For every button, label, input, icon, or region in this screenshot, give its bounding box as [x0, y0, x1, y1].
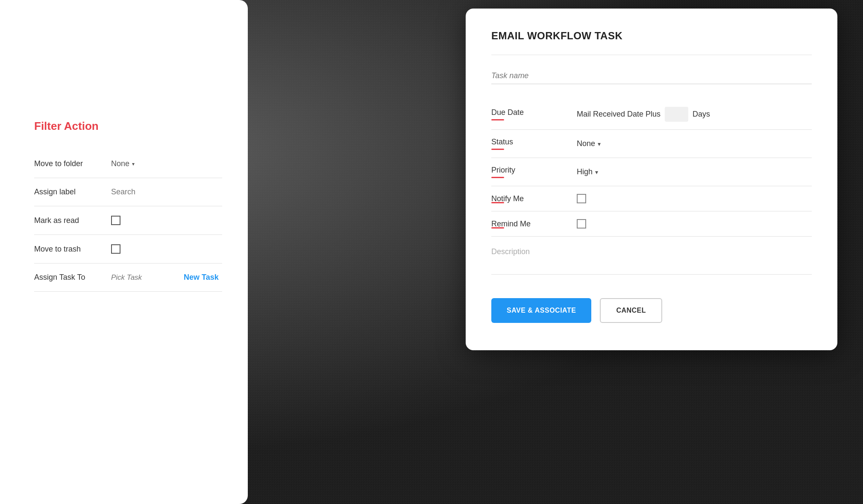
remind-me-row: Remind Me	[491, 211, 812, 237]
notify-me-row: Notify Me	[491, 186, 812, 211]
task-name-input[interactable]	[491, 68, 812, 84]
assign-task-row: Assign Task To New Task	[34, 264, 222, 292]
assign-label-search[interactable]	[111, 188, 197, 196]
move-to-trash-row: Move to trash	[34, 235, 222, 264]
description-row: Description	[491, 237, 812, 279]
move-to-folder-label: Move to folder	[34, 159, 103, 168]
priority-dropdown[interactable]: High ▾	[577, 167, 598, 176]
status-content: None ▾	[577, 139, 812, 148]
priority-value: High	[577, 167, 593, 176]
priority-label: Priority	[491, 166, 577, 178]
assign-task-label: Assign Task To	[34, 273, 103, 282]
due-date-content: Mail Received Date Plus Days	[577, 107, 812, 122]
remind-me-checkbox[interactable]	[577, 219, 586, 229]
status-label: Status	[491, 138, 577, 150]
mark-as-read-checkbox[interactable]	[111, 216, 120, 225]
left-panel: Filter Action Move to folder None ▾ Assi…	[0, 0, 248, 504]
pick-task-input[interactable]	[111, 273, 175, 282]
description-label: Description	[491, 247, 812, 256]
button-row: SAVE & ASSOCIATE CANCEL	[491, 298, 812, 323]
save-associate-button[interactable]: SAVE & ASSOCIATE	[491, 298, 591, 323]
priority-row: Priority High ▾	[491, 158, 812, 186]
priority-dropdown-arrow: ▾	[595, 169, 598, 176]
assign-label-label: Assign label	[34, 188, 103, 196]
notify-me-content	[577, 194, 812, 203]
modal-title: EMAIL WORKFLOW TASK	[491, 30, 812, 42]
description-input[interactable]	[491, 260, 812, 275]
move-to-trash-label: Move to trash	[34, 245, 103, 254]
priority-content: High ▾	[577, 167, 812, 176]
move-to-folder-dropdown[interactable]: None ▾	[111, 159, 135, 168]
remind-me-label: Remind Me	[491, 220, 577, 229]
assign-label-row: Assign label	[34, 178, 222, 206]
due-date-value-text: Mail Received Date Plus	[577, 110, 660, 119]
notify-me-checkbox[interactable]	[577, 194, 586, 203]
move-to-folder-arrow: ▾	[132, 161, 135, 167]
status-dropdown[interactable]: None ▾	[577, 139, 601, 148]
remind-me-content	[577, 219, 812, 229]
due-date-label: Due Date	[491, 108, 577, 120]
notify-me-label: Notify Me	[491, 194, 577, 203]
new-task-link[interactable]: New Task	[184, 273, 219, 282]
cancel-button[interactable]: CANCEL	[600, 298, 662, 323]
due-date-row: Due Date Mail Received Date Plus Days	[491, 99, 812, 130]
modal-divider	[491, 55, 812, 55]
status-row: Status None ▾	[491, 130, 812, 158]
status-value: None	[577, 139, 595, 148]
mark-as-read-label: Mark as read	[34, 216, 103, 225]
email-workflow-modal: EMAIL WORKFLOW TASK Due Date Mail Receiv…	[466, 9, 837, 350]
move-to-folder-row: Move to folder None ▾	[34, 150, 222, 178]
status-dropdown-arrow: ▾	[598, 141, 601, 147]
days-label: Days	[693, 110, 710, 119]
move-to-trash-checkbox[interactable]	[111, 244, 120, 254]
filter-action-title: Filter Action	[34, 120, 222, 133]
mark-as-read-row: Mark as read	[34, 206, 222, 235]
days-input[interactable]	[665, 107, 688, 122]
